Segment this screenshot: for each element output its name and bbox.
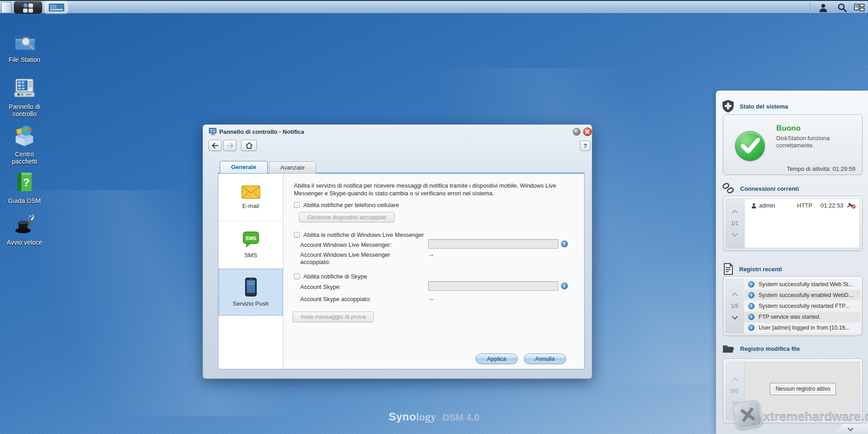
checkbox-label: Abilita notifiche per telefono cellulare	[303, 202, 399, 208]
page-up-icon[interactable]	[732, 377, 738, 383]
main-menu-grid-icon	[23, 4, 33, 13]
dialog-titlebar[interactable]: Pannello di controllo - Notifica	[203, 125, 592, 138]
taskbar-divider	[810, 2, 811, 14]
show-desktop-button[interactable]	[1, 2, 11, 13]
sidebar-item-label: Servizio Push	[233, 300, 269, 307]
checkbox-enable-mobile-notifications[interactable]	[294, 202, 300, 208]
brand-name-thin: logy	[416, 411, 436, 423]
user-menu-button[interactable]	[816, 1, 830, 14]
desktop-icon-quick-start[interactable]: Avvio veloce	[3, 212, 46, 246]
minimize-sphere-button[interactable]	[573, 128, 580, 136]
log-row[interactable]: i FTP service was started.	[744, 312, 860, 322]
send-test-message-button-disabled[interactable]: Invia messaggio di prova	[292, 311, 374, 322]
widget-header-recent-logs: Registri recenti	[722, 263, 782, 275]
widget-title: Registri recenti	[739, 266, 782, 273]
home-button[interactable]	[241, 140, 257, 151]
dialog-content-frame: E-mail SMS SMS	[218, 173, 585, 369]
checkbox-label: Abilita notifiche di Skype	[303, 273, 367, 280]
log-row[interactable]: i System successfully started Web St...	[744, 279, 860, 289]
forward-button-disabled[interactable]	[223, 140, 236, 151]
logs-list: i System successfully started Web St... …	[744, 279, 860, 333]
disconnect-icon[interactable]	[847, 202, 856, 209]
push-service-settings-pane: Abilita il servizio di notifica per rice…	[284, 174, 585, 368]
email-icon	[241, 185, 260, 199]
package-center-icon	[12, 123, 37, 148]
sidebar-item-sms[interactable]: SMS SMS	[218, 221, 283, 269]
skype-account-label: Account Skype:	[300, 283, 341, 290]
intro-text: Abilita il servizio di notifica per rice…	[294, 182, 581, 197]
desktop-icon-label: Avvio veloce	[7, 239, 42, 246]
svg-text:SMS: SMS	[245, 236, 256, 241]
page-up-icon[interactable]	[732, 210, 738, 216]
panel-collapse-tab[interactable]	[833, 424, 868, 434]
health-status: Buono	[776, 124, 801, 133]
user-icon	[818, 3, 828, 13]
connections-pager: 1/1	[725, 198, 744, 249]
home-icon	[245, 142, 253, 149]
xtremehardware-logo	[732, 399, 764, 430]
skype-paired-account-label: Account Skype accoppiato:	[300, 296, 371, 302]
log-document-icon	[722, 263, 734, 275]
desktop-icon-label: File Station	[9, 56, 40, 63]
widget-header-file-change-log: Registro modifica file	[722, 343, 800, 354]
widget-title: Stato del sistema	[740, 103, 788, 110]
checkbox-enable-skype-notifications[interactable]	[294, 274, 300, 279]
system-widgets-panel: Stato del sistema Buono DiskStation funz…	[716, 90, 868, 434]
wlm-account-label: Account Windows Live Messenger:	[300, 241, 392, 248]
sidebar-item-push-service[interactable]: Servizio Push	[218, 269, 283, 316]
desktop-icon-label: Guida DSM	[8, 197, 41, 204]
skype-account-input[interactable]	[428, 281, 558, 291]
dialog-title: Pannello di controllo - Notifica	[219, 128, 304, 135]
log-row[interactable]: i System successfully enabled WebD...	[744, 290, 860, 300]
page-up-icon[interactable]	[732, 292, 738, 298]
close-button[interactable]	[583, 127, 592, 136]
taskbar-window-button-control-panel[interactable]	[45, 2, 67, 13]
back-arrow-icon	[212, 143, 219, 148]
connections-card: 1/1 admin HTTP 01:22:53	[723, 196, 863, 251]
wlm-info-icon[interactable]: i	[561, 241, 568, 247]
tab-generale[interactable]: Generale	[220, 161, 268, 173]
desktop-icon-control-panel[interactable]: Pannello di controllo	[3, 76, 46, 118]
xtremehardware-watermark: xtremehardware.com	[763, 410, 868, 425]
notification-sidebar: E-mail SMS SMS	[218, 174, 283, 368]
search-button[interactable]	[835, 1, 849, 14]
sms-icon: SMS	[242, 231, 259, 248]
log-row[interactable]: i System successfully restarted FTP...	[744, 301, 860, 311]
log-row[interactable]: i User [admin] logged in from [10.16...	[744, 323, 860, 333]
desktop-icon-label: Centro pacchetti	[3, 151, 46, 165]
cancel-button[interactable]: Annulla	[524, 354, 566, 364]
connection-user: admin	[759, 202, 797, 209]
main-menu-button[interactable]	[14, 1, 42, 14]
help-button[interactable]: ?	[580, 141, 590, 151]
page-down-icon[interactable]	[732, 314, 738, 320]
tab-avanzate[interactable]: Avanzate	[269, 161, 316, 174]
sidebar-item-label: SMS	[244, 252, 257, 259]
pilot-view-button[interactable]	[853, 1, 866, 14]
logs-pager: 1/5	[725, 278, 744, 334]
checkbox-enable-wlm-notifications[interactable]	[294, 232, 300, 238]
chain-link-icon	[722, 183, 735, 194]
control-panel-icon	[12, 76, 37, 100]
wlm-account-input[interactable]	[428, 239, 558, 249]
dialog-tabs: Generale Avanzate	[220, 161, 316, 173]
close-icon	[585, 129, 590, 134]
apply-button[interactable]: Applica	[476, 354, 518, 364]
skype-info-icon[interactable]: i	[561, 283, 568, 289]
page-down-icon[interactable]	[732, 231, 738, 237]
page-indicator: 0/0	[731, 388, 739, 394]
connection-protocol: HTTP	[797, 202, 821, 209]
connection-row[interactable]: admin HTTP 01:22:53	[745, 200, 859, 210]
desktop: File Station Pannello di controllo	[0, 0, 868, 434]
control-panel-window-icon	[209, 127, 217, 136]
desktop-icon-package-center[interactable]: Centro pacchetti	[3, 123, 46, 165]
back-button[interactable]	[208, 140, 222, 151]
system-health-card: Buono DiskStation funziona correttamente…	[723, 114, 863, 175]
info-icon: i	[748, 292, 755, 298]
info-icon: i	[748, 325, 755, 331]
desktop-icon-dsm-help[interactable]: ? Guida DSM	[3, 170, 46, 204]
search-icon	[837, 3, 847, 13]
sidebar-item-email[interactable]: E-mail	[218, 174, 283, 221]
desktop-icon-file-station[interactable]: File Station	[3, 29, 46, 63]
wlm-paired-account-value: --	[429, 251, 434, 258]
manage-paired-devices-button-disabled[interactable]: Gestione dispositivi accoppiati	[299, 212, 395, 222]
